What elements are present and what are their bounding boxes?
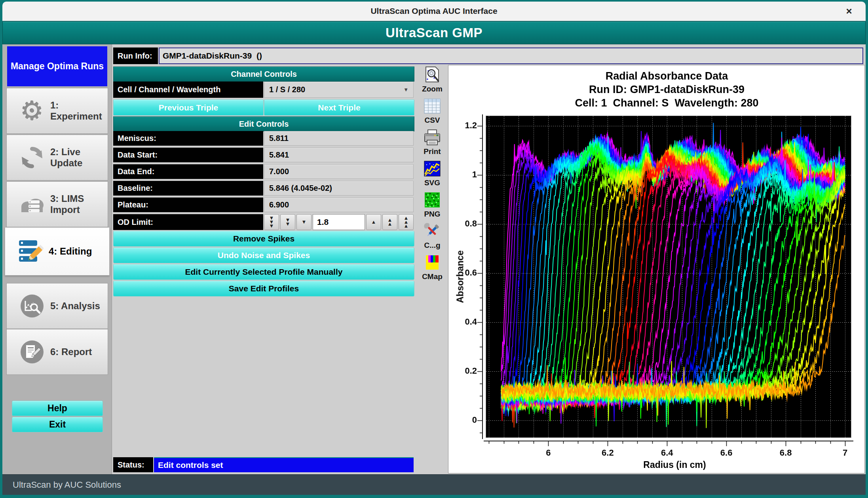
baseline-value: 5.846 (4.045e-02) (264, 181, 414, 196)
sidebar-item-lims-import[interactable]: 3: LIMS Import (6, 181, 108, 227)
undo-noise-spikes-button[interactable]: Undo Noise and Spikes (113, 247, 414, 263)
tools-icon (423, 222, 442, 240)
config-button[interactable]: C...g (423, 222, 442, 250)
od-spin-down-1[interactable]: ▼ (296, 214, 311, 230)
edit-database-icon (12, 239, 49, 264)
sidebar-item-report[interactable]: 6: Report (6, 329, 108, 375)
y-tick-label: 0.8 (465, 219, 477, 229)
od-spin-down-3[interactable]: ▼▼▼ (264, 214, 279, 230)
colormap-icon (423, 253, 442, 272)
sidebar-item-label: 6: Report (50, 346, 92, 357)
sidebar-item-editing[interactable]: 4: Editing (5, 227, 110, 276)
app-title: UltraScan GMP (386, 25, 482, 40)
plot-panel: Radial Absorbance Data Run ID: GMP1-data… (448, 65, 865, 473)
csv-button[interactable]: CSV (423, 97, 442, 125)
png-icon (423, 191, 442, 209)
sidebar-item-label: 1: Experiment (50, 100, 108, 122)
run-info-label: Run Info: (113, 48, 158, 64)
zoom-icon (423, 66, 442, 84)
od-spin-up-2[interactable]: ▲▲ (382, 214, 397, 230)
plateau-value: 6.900 (264, 198, 414, 212)
x-tick-label: 6.6 (720, 448, 733, 458)
print-button[interactable]: Print (423, 128, 442, 156)
y-axis-label: Absorbance (455, 251, 466, 303)
triple-dropdown[interactable]: 1 / S / 280 ▼ (264, 82, 414, 98)
od-limit-label: OD Limit: (113, 214, 263, 230)
sidebar: Manage Optima Runs ⚙ 1: Experiment 2: Li… (2, 44, 112, 474)
main-content: Manage Optima Runs ⚙ 1: Experiment 2: Li… (2, 44, 866, 474)
od-spin-up-1[interactable]: ▲ (366, 214, 381, 230)
chevron-down-icon: ▼ (403, 87, 408, 93)
plot-title-line1: Radial Absorbance Data (448, 70, 864, 82)
svg-icon (423, 160, 442, 178)
od-limit-spinner-group: ▼▼▼▼▼▼ ▲▲▲▲▲▲ (264, 214, 414, 230)
x-tick-label: 6.4 (661, 448, 673, 458)
sidebar-item-live-update[interactable]: 2: Live Update (6, 135, 108, 181)
csv-icon (423, 97, 442, 115)
sidebar-header-label: Manage Optima Runs (11, 61, 104, 72)
analysis-icon (14, 294, 50, 318)
close-button[interactable]: × (843, 5, 855, 17)
sidebar-item-label: 5: Analysis (50, 300, 100, 312)
y-tick-label: 1.2 (465, 120, 477, 131)
triple-dropdown-value: 1 / S / 280 (269, 85, 305, 94)
refresh-icon (14, 145, 50, 170)
svg-button[interactable]: SVG (423, 160, 442, 187)
plot-title-line3: Cell: 1 Channel: S Wavelength: 280 (448, 97, 864, 109)
status-field: Edit controls set (154, 457, 414, 472)
report-icon (14, 340, 50, 364)
save-edit-profiles-button[interactable]: Save Edit Profiles (113, 281, 414, 297)
y-tick-label: 0.4 (465, 317, 477, 327)
x-tick-label: 6.8 (780, 448, 792, 458)
edit-controls-banner: Edit Controls (113, 116, 414, 131)
next-triple-button[interactable]: Next Triple (264, 99, 414, 116)
window-titlebar: UltraScan Optima AUC Interface × (2, 2, 866, 21)
plateau-label: Plateau: (113, 198, 263, 212)
edit-profile-manually-button[interactable]: Edit Currently Selected Profile Manually (113, 264, 414, 280)
sidebar-item-label: 3: LIMS Import (50, 193, 108, 215)
previous-triple-button[interactable]: Previous Triple (113, 99, 264, 116)
cloud-import-icon (14, 193, 50, 215)
meniscus-value: 5.811 (264, 131, 414, 146)
sidebar-item-experiment[interactable]: ⚙ 1: Experiment (6, 88, 108, 134)
od-limit-input[interactable] (313, 214, 365, 230)
y-tick-label: 0.6 (465, 268, 477, 278)
plot-title-line2: Run ID: GMP1-dataDiskRun-39 (448, 84, 864, 96)
y-tick-label: 1 (472, 169, 477, 180)
data-start-value: 5.841 (264, 148, 414, 162)
data-end-label: Data End: (113, 164, 263, 179)
x-axis-label: Radius (in cm) (448, 460, 864, 470)
remove-spikes-button[interactable]: Remove Spikes (113, 231, 414, 247)
y-tick-label: 0.2 (465, 366, 477, 376)
od-spin-up-3[interactable]: ▲▲▲ (399, 214, 414, 230)
gear-icon: ⚙ (14, 98, 50, 124)
sidebar-header: Manage Optima Runs (7, 46, 107, 86)
meniscus-label: Meniscus: (113, 131, 263, 146)
x-tick-label: 6 (546, 448, 551, 458)
print-icon (423, 128, 442, 146)
png-button[interactable]: PNG (423, 191, 442, 219)
statusbar-text: UltraScan by AUC Solutions (13, 480, 121, 490)
run-info-field[interactable]: GMP1-dataDiskRun-39 () (159, 48, 863, 64)
plot-toolbar: Zoom CSV (417, 66, 447, 285)
app-header: UltraScan GMP (2, 21, 866, 44)
sidebar-item-analysis[interactable]: 5: Analysis (6, 283, 108, 329)
od-spin-down-2[interactable]: ▼▼ (280, 214, 295, 230)
channel-controls-banner: Channel Controls (113, 67, 414, 82)
radial-absorbance-plot (448, 65, 864, 473)
sidebar-item-label: 2: Live Update (50, 146, 108, 169)
data-end-value: 7.000 (264, 164, 414, 179)
x-tick-label: 6.2 (602, 448, 614, 458)
app-statusbar: UltraScan by AUC Solutions (2, 474, 866, 495)
data-start-label: Data Start: (113, 148, 263, 162)
cmap-button[interactable]: CMap (422, 253, 443, 281)
zoom-button[interactable]: Zoom (422, 66, 443, 93)
y-tick-label: 0 (472, 415, 477, 425)
status-label: Status: (113, 457, 153, 472)
help-button[interactable]: Help (12, 401, 103, 416)
baseline-label: Baseline: (113, 181, 263, 196)
triple-label: Cell / Channel / Wavelength (113, 82, 263, 98)
x-tick-label: 7 (843, 448, 847, 458)
exit-button[interactable]: Exit (12, 417, 103, 432)
sidebar-item-label: 4: Editing (49, 246, 92, 257)
